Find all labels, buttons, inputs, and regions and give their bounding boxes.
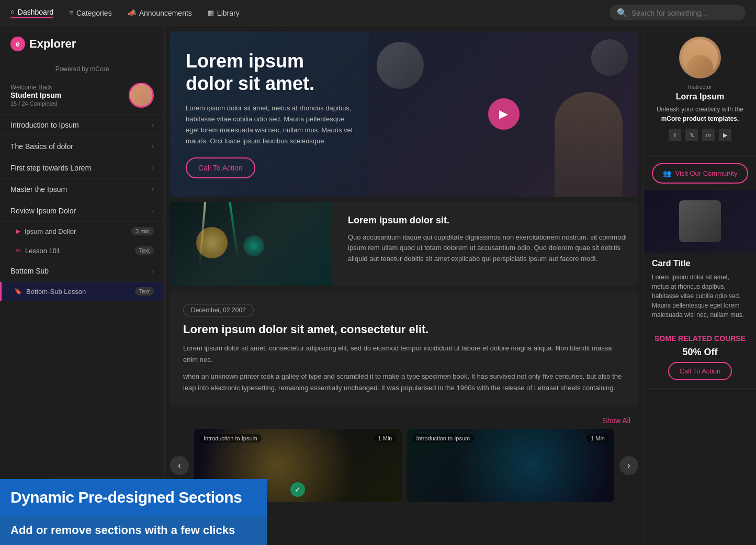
sub-item-text[interactable]: ✏ Lesson 101 Text	[0, 241, 164, 260]
content-area: Lorem ipsum dolor sit amet. Lorem ipsum …	[165, 26, 644, 545]
carousel-duration-0: 1 Min	[374, 434, 397, 442]
related-cta-button[interactable]: Call To Action	[668, 362, 732, 380]
card-img-inner	[170, 202, 332, 286]
hero-text: Lorem ipsum dolor sit amet. Lorem ipsum …	[170, 31, 369, 197]
related-label: SOME RELATED COURSE	[652, 334, 748, 343]
related-course-box: SOME RELATED COURSE 50% Off Call To Acti…	[644, 326, 756, 389]
article-text-1: Lorem ipsum dolor sit amet, consectetur …	[183, 343, 625, 366]
studio-light-left	[377, 42, 424, 89]
right-card-text: Lorem ipsum dolor sit amet, metus at rho…	[652, 272, 748, 320]
logo-text: Explorer	[29, 37, 76, 51]
nav-categories-label: Categories	[76, 9, 112, 17]
pencil-icon: ✏	[16, 247, 21, 254]
arrow-icon: ›	[152, 207, 154, 214]
bookmark-icon: 🔖	[14, 288, 22, 295]
hero-section: Lorem ipsum dolor sit amet. Lorem ipsum …	[170, 31, 638, 197]
nav-announcements-label: Announcements	[139, 9, 192, 17]
hero-title: Lorem ipsum dolor sit amet.	[186, 50, 353, 95]
hero-image: ▶	[369, 31, 638, 197]
card-image	[170, 202, 332, 286]
show-all-row: Show All	[170, 412, 638, 429]
sidebar-logo: e Explorer	[0, 26, 164, 62]
card-decorative-img	[679, 200, 721, 242]
progress-text: 15 / 24 Completed	[10, 100, 122, 107]
youtube-icon[interactable]: ▶	[719, 129, 731, 141]
community-icon: 👥	[663, 169, 671, 177]
instructor-body	[687, 55, 713, 76]
duration-badge: 3 min	[131, 227, 154, 235]
instructor-name: Lorra Ipsum	[652, 92, 748, 101]
left-sidebar: e Explorer Powered by mCore Welcome Back…	[0, 26, 165, 545]
person-silhouette	[555, 92, 623, 197]
carousel-card-1[interactable]: Introduction to Ipsum 1 Min	[407, 429, 615, 502]
sub-sub-badge: Text	[135, 287, 154, 296]
sub-item-video[interactable]: ▶ Ipsum and Dollor 3 min	[0, 222, 164, 241]
welcome-box: Welcome Back Student Ipsum 15 / 24 Compl…	[0, 76, 164, 115]
instructor-desc: Unleash your creativity with the mCore p…	[652, 105, 748, 123]
powered-by: Powered by mCore	[0, 62, 164, 76]
article-section: December, 02 2002 Lorem ipsum dolor sit …	[170, 291, 638, 407]
light-cone-2	[229, 202, 239, 259]
main-layout: e Explorer Powered by mCore Welcome Back…	[0, 26, 756, 545]
search-input[interactable]	[631, 9, 736, 17]
carousel-label-1: Introduction to Ipsum	[412, 434, 475, 442]
card-title: Lorem ipsum dolor sit.	[348, 215, 628, 226]
hero-cta-button[interactable]: Call To Action	[186, 157, 255, 178]
carousel-duration-1: 1 Min	[586, 434, 609, 442]
nav-library-label: Library	[217, 9, 240, 17]
article-date: December, 02 2002	[183, 304, 254, 316]
menu-item-bottom-sub[interactable]: Bottom Sub ›	[0, 260, 164, 282]
library-icon: ▦	[208, 9, 214, 17]
announcements-icon: 📣	[128, 9, 136, 17]
carousel-prev-arrow[interactable]: ‹	[170, 456, 189, 475]
bottom-overlay: Dynamic Pre-designed Sections Add or rem…	[0, 479, 267, 545]
search-icon: 🔍	[617, 8, 627, 18]
nav-item-dashboard[interactable]: ⌂ Dashboard	[10, 8, 53, 18]
carousel-next-arrow[interactable]: ›	[619, 456, 638, 475]
nav-item-library[interactable]: ▦ Library	[208, 9, 240, 17]
categories-icon: ≡	[69, 9, 73, 17]
arrow-icon: ›	[152, 267, 154, 275]
card-content: Lorem ipsum dolor sit. Quo accusantium i…	[337, 202, 638, 286]
instructor-label: Instructor	[652, 84, 748, 90]
menu-item-1[interactable]: The Basics of dolor ›	[0, 136, 164, 157]
menu-item-4[interactable]: Review Ipsum Dolor ›	[0, 200, 164, 222]
play-icon: ▶	[16, 228, 20, 235]
light-spot	[243, 235, 264, 256]
carousel-bg-2: Introduction to Ipsum 1 Min	[407, 429, 615, 502]
instructor-box: Instructor Lorra Ipsum Unleash your crea…	[644, 26, 756, 152]
linkedin-icon[interactable]: in	[702, 129, 715, 141]
sidebar-menu: Introduction to Ipsum › The Basics of do…	[0, 115, 164, 482]
arrow-icon: ›	[152, 186, 154, 193]
twitter-icon[interactable]: 𝕏	[685, 129, 698, 141]
menu-item-0[interactable]: Introduction to Ipsum ›	[0, 115, 164, 136]
hero-desc: Lorem ipsum dolor sit amet, metus at rho…	[186, 103, 353, 146]
text-badge: Text	[135, 246, 154, 255]
right-card-title: Card Title	[652, 259, 748, 268]
card-text: Quo accusantium itaque qui cupiditate di…	[348, 232, 628, 265]
facebook-icon[interactable]: f	[669, 129, 681, 141]
community-button[interactable]: 👥 Visit Our Community	[652, 163, 748, 184]
social-icons: f 𝕏 in ▶	[652, 129, 748, 141]
article-title: Lorem ipsum dolor sit amet, consectetur …	[183, 323, 625, 336]
discount-text: 50% Off	[652, 347, 748, 358]
menu-item-3[interactable]: Master the Ipsum ›	[0, 179, 164, 200]
nav-item-announcements[interactable]: 📣 Announcements	[128, 9, 192, 17]
avatar-img	[130, 84, 152, 106]
show-all-link[interactable]: Show All	[602, 416, 630, 425]
carousel-label-0: Introduction to Ipsum	[199, 434, 262, 442]
card-row: Lorem ipsum dolor sit. Quo accusantium i…	[170, 202, 638, 286]
home-icon: ⌂	[10, 8, 15, 16]
studio-light-right	[591, 39, 628, 76]
avatar	[129, 83, 154, 108]
separator-1	[644, 156, 756, 157]
nav-item-categories[interactable]: ≡ Categories	[69, 9, 111, 17]
menu-item-2[interactable]: First step towards Lorem ›	[0, 157, 164, 179]
welcome-text: Welcome Back Student Ipsum 15 / 24 Compl…	[10, 84, 122, 107]
student-name: Student Ipsum	[10, 91, 122, 99]
right-sidebar: Instructor Lorra Ipsum Unleash your crea…	[644, 26, 756, 545]
play-button[interactable]: ▶	[488, 98, 520, 130]
sub-sub-item[interactable]: 🔖 Bottom-Sub Lesson Text	[0, 282, 164, 301]
right-card-image	[644, 190, 756, 253]
search-bar[interactable]: 🔍	[610, 5, 746, 20]
